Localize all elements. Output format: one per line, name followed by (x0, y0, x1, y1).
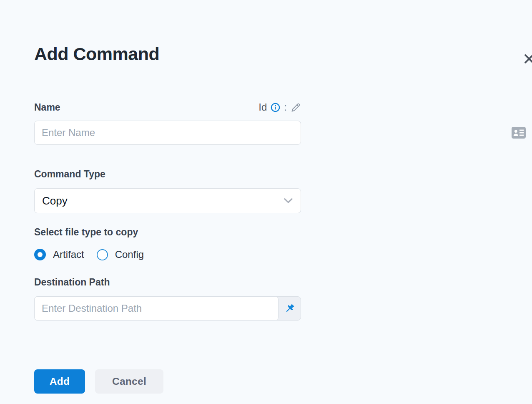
file-type-label: Select file type to copy (34, 226, 532, 238)
close-icon (523, 53, 532, 65)
id-label: Id (258, 101, 267, 114)
page-title: Add Command (34, 43, 532, 64)
close-button[interactable] (522, 52, 532, 66)
destination-path-wrap (34, 296, 301, 321)
id-colon: : (284, 101, 287, 114)
file-type-radio-group: Artifact Config (34, 249, 532, 260)
destination-path-input[interactable] (34, 296, 279, 321)
destination-path-label: Destination Path (34, 276, 532, 288)
command-type-value: Copy (42, 194, 68, 207)
radio-config[interactable]: Config (97, 249, 144, 260)
add-button[interactable]: Add (34, 369, 85, 394)
name-label: Name (34, 101, 60, 114)
chevron-down-icon (284, 198, 293, 204)
radio-config-label: Config (115, 249, 144, 260)
radio-artifact-label: Artifact (53, 249, 84, 260)
contact-card-icon (512, 127, 526, 139)
name-input[interactable] (34, 121, 301, 145)
add-command-panel: Add Command Name Id : (0, 43, 532, 404)
radio-selected-icon (34, 249, 46, 260)
cancel-button[interactable]: Cancel (95, 369, 163, 394)
pushpin-icon (284, 303, 296, 315)
pencil-icon[interactable] (291, 102, 301, 113)
action-bar: Add Cancel (34, 369, 532, 394)
name-input-wrap (34, 121, 532, 145)
radio-unselected-icon (97, 249, 108, 260)
radio-artifact[interactable]: Artifact (34, 249, 84, 260)
name-label-row: Name Id : (34, 101, 301, 114)
command-type-select[interactable]: Copy (34, 188, 301, 213)
info-icon[interactable] (271, 103, 280, 112)
pin-button[interactable] (279, 297, 301, 320)
id-cluster: Id : (258, 101, 301, 114)
command-type-label: Command Type (34, 168, 532, 180)
